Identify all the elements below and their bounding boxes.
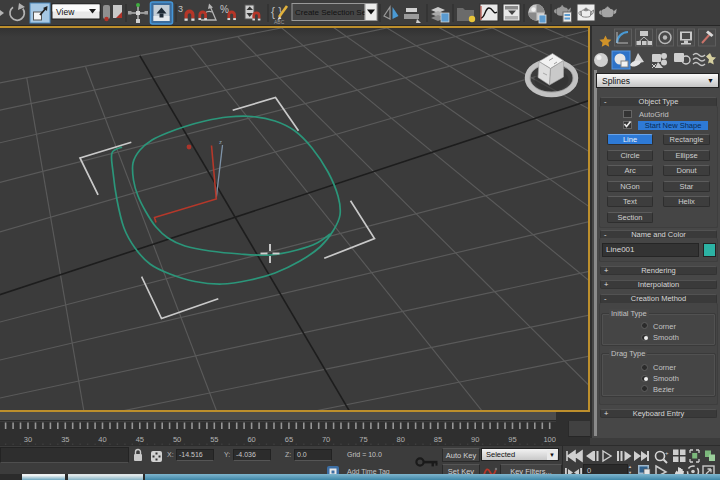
svg-text:30: 30 (24, 435, 32, 444)
svg-text:ABC: ABC (274, 19, 285, 25)
svg-text:Create Selection Se: Create Selection Se (295, 8, 367, 17)
svg-text:90: 90 (471, 435, 479, 444)
svg-text:40: 40 (98, 435, 106, 444)
svg-text:55: 55 (210, 435, 218, 444)
svg-text:45: 45 (136, 435, 144, 444)
svg-text:75: 75 (359, 435, 367, 444)
svg-text:60: 60 (247, 435, 255, 444)
svg-text:85: 85 (434, 435, 442, 444)
svg-text:z: z (219, 139, 222, 145)
svg-text:3: 3 (178, 4, 183, 14)
svg-text:70: 70 (322, 435, 330, 444)
svg-text:50: 50 (173, 435, 181, 444)
svg-text:View: View (56, 7, 75, 17)
svg-text:100: 100 (543, 435, 556, 444)
svg-text:+: + (665, 450, 669, 456)
svg-text:95: 95 (508, 435, 516, 444)
svg-text:35: 35 (61, 435, 69, 444)
svg-text:80: 80 (397, 435, 405, 444)
svg-text:65: 65 (285, 435, 293, 444)
